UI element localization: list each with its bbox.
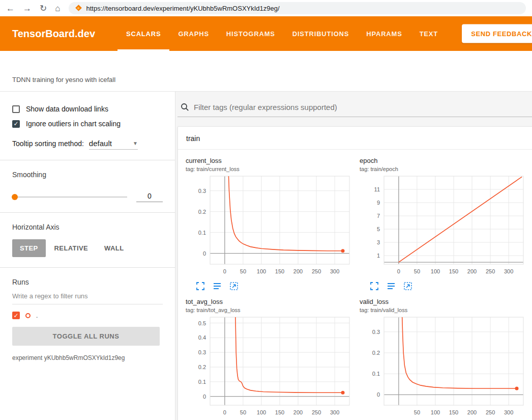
svg-text:50: 50 [414, 409, 420, 415]
home-icon[interactable]: ⌂ [55, 4, 60, 13]
run-row[interactable]: ✓ . [12, 312, 163, 319]
send-feedback-button[interactable]: SEND FEEDBACK [462, 24, 532, 43]
fit-domain-icon[interactable] [403, 282, 412, 291]
browser-toolbar: ← → ↻ ⌂ https://tensorboard.dev/experime… [0, 0, 532, 16]
svg-text:50: 50 [414, 268, 420, 274]
axis-relative-button[interactable]: RELATIVE [47, 239, 96, 257]
svg-text:200: 200 [467, 409, 477, 415]
run-checkbox-icon[interactable]: ✓ [12, 312, 20, 319]
show-download-links-label: Show data download links [26, 105, 108, 113]
tab-histograms[interactable]: HISTOGRAMS [218, 16, 284, 51]
tab-hparams[interactable]: HPARAMS [358, 16, 410, 51]
svg-text:300: 300 [504, 409, 513, 415]
chart-card-epoch: epochtag: train/epoch0501001502002503001… [360, 157, 532, 291]
svg-text:0.2: 0.2 [198, 364, 206, 370]
divider [0, 212, 175, 213]
smoothing-value-input[interactable]: 0 [136, 192, 163, 202]
fit-domain-icon[interactable] [229, 282, 239, 291]
svg-text:50: 50 [240, 409, 246, 415]
horizontal-axis-buttons: STEP RELATIVE WALL [12, 239, 163, 257]
nav-tabs: SCALARS GRAPHS HISTOGRAMS DISTRIBUTIONS … [117, 16, 447, 51]
axis-step-button[interactable]: STEP [12, 239, 46, 257]
svg-text:0.1: 0.1 [198, 379, 206, 385]
back-icon[interactable]: ← [6, 4, 15, 13]
train-group-card: train current_losstag: train/current_los… [178, 126, 532, 420]
expand-card-icon[interactable] [196, 282, 205, 291]
svg-text:0: 0 [223, 409, 226, 415]
runs-label: Runs [12, 278, 163, 286]
svg-text:300: 300 [330, 409, 339, 415]
chart-tag: tag: train/tot_avg_loss [186, 307, 360, 313]
reload-icon[interactable]: ↻ [40, 4, 47, 13]
svg-text:0.2: 0.2 [372, 350, 380, 356]
tab-graphs[interactable]: GRAPHS [169, 16, 217, 51]
expand-card-icon[interactable] [370, 282, 379, 291]
svg-text:0: 0 [377, 391, 380, 398]
svg-text:150: 150 [449, 268, 458, 274]
svg-text:100: 100 [431, 409, 440, 415]
svg-text:7: 7 [377, 213, 380, 219]
chart-tag: tag: train/valid_loss [360, 307, 532, 313]
group-title[interactable]: train [178, 127, 532, 150]
checkbox-checked-icon[interactable]: ✓ [12, 120, 20, 128]
tab-text[interactable]: TEXT [411, 16, 447, 51]
checkbox-unchecked-icon[interactable] [12, 105, 20, 113]
svg-text:0.3: 0.3 [372, 329, 380, 335]
tab-distributions[interactable]: DISTRIBUTIONS [284, 16, 358, 51]
ignore-outliers-option[interactable]: ✓ Ignore outliers in chart scaling [12, 120, 163, 128]
main-panel: train current_losstag: train/current_los… [175, 92, 532, 420]
svg-text:0: 0 [203, 250, 206, 257]
run-name: . [36, 312, 38, 319]
run-color-circle-icon [25, 313, 31, 318]
app-header: TensorBoard.dev SCALARS GRAPHS HISTOGRAM… [0, 16, 532, 51]
tooltip-sorting-value: default [89, 139, 112, 148]
line-chart-epoch[interactable]: 0501001502002503001357911 [360, 174, 527, 278]
tensorboard-favicon [76, 5, 82, 11]
svg-text:0.1: 0.1 [198, 230, 206, 236]
settings-sidebar: Show data download links ✓ Ignore outlie… [0, 92, 175, 420]
chart-title: epoch [360, 157, 532, 164]
smoothing-slider[interactable] [12, 197, 127, 198]
forward-icon[interactable]: → [23, 4, 32, 13]
divider [0, 160, 175, 160]
chart-title: tot_avg_loss [186, 298, 360, 305]
svg-text:1: 1 [377, 253, 380, 259]
address-bar[interactable]: https://tensorboard.dev/experiment/yKUbh… [69, 2, 526, 14]
line-chart-valid_loss[interactable]: 5010015020025030000.10.20.3 [360, 315, 527, 419]
svg-text:0.5: 0.5 [198, 320, 206, 326]
experiment-title: TDNN training for yesno with icefall [12, 76, 115, 83]
svg-text:300: 300 [504, 268, 513, 274]
svg-text:250: 250 [312, 268, 321, 274]
runs-filter-input[interactable] [12, 287, 163, 304]
filter-tags-row [178, 100, 532, 117]
svg-text:150: 150 [449, 409, 458, 415]
line-chart-tot_avg_loss[interactable]: 05010015020025030000.10.20.30.40.5 [186, 315, 353, 419]
line-chart-current_loss[interactable]: 05010015020025030000.10.20.3 [186, 174, 353, 278]
svg-text:0.4: 0.4 [198, 334, 206, 341]
axis-wall-button[interactable]: WALL [97, 239, 131, 257]
tab-scalars[interactable]: SCALARS [117, 16, 169, 51]
svg-text:250: 250 [486, 268, 495, 274]
svg-text:200: 200 [467, 268, 477, 274]
chart-toolbar [186, 278, 360, 291]
chart-tag: tag: train/current_loss [186, 166, 360, 172]
show-download-links-option[interactable]: Show data download links [12, 105, 163, 113]
full-width-icon[interactable] [213, 282, 222, 291]
svg-text:150: 150 [275, 409, 284, 415]
tooltip-sorting-label: Tooltip sorting method: [12, 139, 84, 148]
smoothing-slider-row: 0 [12, 192, 163, 202]
full-width-icon[interactable] [387, 282, 396, 291]
slider-thumb[interactable] [12, 194, 18, 200]
app-logo: TensorBoard.dev [12, 28, 95, 40]
chart-card-tot_avg_loss: tot_avg_losstag: train/tot_avg_loss05010… [186, 298, 360, 420]
toggle-all-runs-button[interactable]: TOGGLE ALL RUNS [12, 327, 160, 346]
svg-text:100: 100 [257, 409, 266, 415]
divider [0, 267, 175, 268]
url-text[interactable]: https://tensorboard.dev/experiment/yKUbh… [86, 5, 280, 12]
smoothing-label: Smoothing [12, 171, 163, 179]
svg-text:250: 250 [312, 409, 321, 415]
chart-toolbar [360, 278, 532, 291]
svg-text:150: 150 [275, 268, 284, 274]
filter-tags-input[interactable] [194, 103, 532, 111]
tooltip-sorting-dropdown[interactable]: default ▼ [89, 139, 138, 150]
